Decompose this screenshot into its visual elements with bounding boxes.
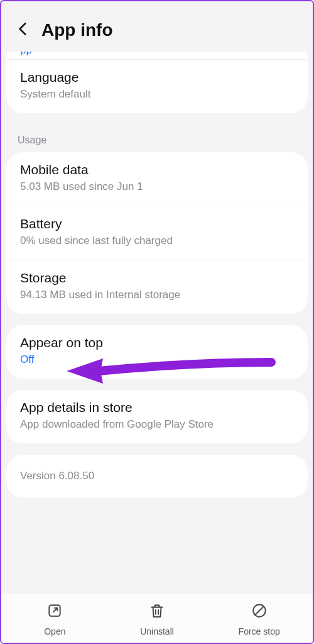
row-app-details[interactable]: App details in store App downloaded from… <box>6 390 308 443</box>
stop-icon <box>251 602 268 621</box>
open-label: Open <box>44 626 65 636</box>
back-icon[interactable] <box>15 21 31 40</box>
row-mobile-data[interactable]: Mobile data 5.03 MB used since Jun 1 <box>6 152 308 206</box>
section-label-usage: Usage <box>1 125 313 152</box>
row-sub: 94.13 MB used in Internal storage <box>20 288 294 303</box>
row-title: Storage <box>20 270 294 286</box>
card-version: Version 6.08.50 <box>6 455 308 497</box>
header-bar: App info <box>1 1 313 52</box>
version-text: Version 6.08.50 <box>20 470 294 482</box>
svg-line-3 <box>255 607 263 615</box>
uninstall-label: Uninstall <box>140 626 174 636</box>
row-title: Battery <box>20 216 294 231</box>
row-sub: System default <box>20 87 294 102</box>
row-title: Appear on top <box>20 335 294 350</box>
row-sub: 0% used since last fully charged <box>20 234 294 248</box>
open-button[interactable]: Open <box>4 602 106 636</box>
open-icon <box>46 602 63 621</box>
row-sub: Off <box>20 353 294 367</box>
force-stop-button[interactable]: Force stop <box>208 602 310 636</box>
card-top-partial: pp Language System default <box>6 52 308 113</box>
row-battery[interactable]: Battery 0% used since last fully charged <box>6 206 308 260</box>
row-title: Mobile data <box>20 162 294 177</box>
row-language[interactable]: Language System default <box>6 59 308 113</box>
row-sub: 5.03 MB used since Jun 1 <box>20 180 294 194</box>
card-app-details: App details in store App downloaded from… <box>6 390 308 443</box>
row-storage[interactable]: Storage 94.13 MB used in Internal storag… <box>6 260 308 314</box>
card-appear-on-top: Appear on top Off <box>6 325 308 379</box>
app-info-screen: App info pp Language System default Usag… <box>0 0 314 644</box>
row-title: Language <box>20 70 294 85</box>
page-title: App info <box>41 20 113 40</box>
trash-icon <box>149 602 165 621</box>
row-title: App details in store <box>20 400 294 415</box>
uninstall-button[interactable]: Uninstall <box>106 602 208 636</box>
row-sub: App downloaded from Google Play Store <box>20 418 294 432</box>
bottom-action-bar: Open Uninstall Force stop <box>1 594 313 643</box>
force-stop-label: Force stop <box>239 626 280 636</box>
card-usage: Mobile data 5.03 MB used since Jun 1 Bat… <box>6 152 308 314</box>
content-scroll[interactable]: pp Language System default Usage Mobile … <box>1 52 313 594</box>
cutoff-row: pp <box>6 52 308 59</box>
row-appear-on-top[interactable]: Appear on top Off <box>6 325 308 379</box>
